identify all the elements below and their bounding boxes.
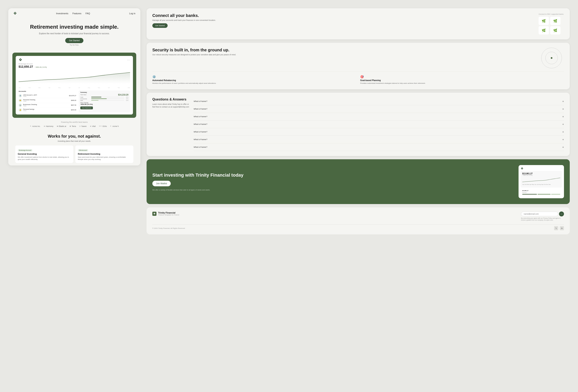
faq-item-1[interactable]: What is Framer? +: [194, 98, 564, 105]
works-section: Works for you, not against. Investing pl…: [8, 129, 140, 166]
nav-login[interactable]: Log in: [129, 12, 135, 15]
list-item: ✦ Acme h: [110, 125, 119, 127]
cta-section: Start investing with Trinity Financial t…: [146, 159, 570, 204]
get-started-button[interactable]: Get Started: [65, 38, 83, 43]
footer-email-note: By subscribing you agree with our Privac…: [521, 217, 562, 221]
bank-section: Connect all your banks. Manage all your …: [152, 13, 564, 35]
table-row: 💳 Personal Checking Today $489.00: [19, 98, 76, 103]
dash-header: ···: [16, 56, 133, 62]
partners-section: Powering the world's best teams ✦ Acme I…: [8, 118, 140, 129]
account-icon: 💳: [19, 99, 22, 102]
dashboard-inner: ··· Brokerage Account $12,650.27 + $391.…: [16, 56, 133, 115]
nav-faq[interactable]: FAQ: [86, 12, 90, 15]
faq-plus-icon: +: [562, 138, 564, 141]
right-panel: Connect all your banks. Manage all your …: [146, 8, 570, 234]
footer-brand-tagline: Finance Template for Framer: [158, 214, 179, 216]
nav: Investments Features FAQ Log in: [8, 8, 140, 19]
footer-top: Trinity Financial Finance Template for F…: [152, 212, 564, 221]
faq-item-3[interactable]: What is Framer? +: [194, 113, 564, 121]
hero-section: Retirement investing made simple. Explor…: [8, 19, 140, 53]
works-title: Works for you, not against.: [13, 133, 135, 139]
bar-row: Investments 47%: [80, 98, 128, 99]
bank-connect-button[interactable]: Get Started: [152, 23, 168, 28]
faq-section: Questions & Answers Learn more about wha…: [152, 98, 564, 151]
dashboard-card: ··· Brokerage Account $12,650.27 + $391.…: [12, 53, 136, 118]
feature-text: Monitors the performance of users' portf…: [152, 82, 356, 84]
footer-copyright: © 2024 Trinity Financial. All Rights Res…: [152, 227, 185, 229]
partners-label: Powering the world's best teams: [12, 121, 136, 123]
hero-title: Retirement investing made simple.: [16, 24, 132, 30]
email-input[interactable]: [521, 212, 558, 216]
footer-section: Trinity Financial Finance Template for F…: [146, 207, 570, 234]
accounts-header: Accounts: [19, 90, 76, 92]
cta-logo: [521, 167, 524, 170]
dash-amount: $12,650.27: [19, 65, 33, 68]
footer-logo: [152, 212, 156, 216]
cta-dash-change: + $391.28 (+3.2%): [522, 175, 560, 176]
linkedin-icon[interactable]: in: [560, 226, 564, 230]
bank-subtitle: Manage all your accounts and track your …: [152, 19, 534, 21]
list-item: ✦ Acme Inc.: [30, 125, 41, 127]
faq-item-5[interactable]: What is Framer? +: [194, 128, 564, 136]
join-waitlist-button[interactable]: Join Waitlist: [152, 181, 171, 186]
faq-item-6[interactable]: What is Framer? +: [194, 136, 564, 143]
view-statements-button[interactable]: View Statements: [80, 106, 93, 109]
partner-logos: ✦ Acme Inc. ◈ Harmony ◆ Elastic.ai ◉ Ter…: [12, 125, 136, 127]
nav-features[interactable]: Features: [72, 12, 81, 15]
chart-x-labels: JanFebMarAprMayJunJulAugSepOctNovDec: [16, 87, 133, 89]
faq-plus-icon: +: [562, 123, 564, 126]
email-submit-button[interactable]: →: [559, 212, 564, 217]
nav-logo: [13, 11, 17, 15]
goal-icon: 🎯: [360, 75, 564, 78]
bank-icon: 🌿: [550, 26, 560, 35]
dash-menu[interactable]: ···: [127, 58, 130, 61]
footer-brand: Trinity Financial Finance Template for F…: [152, 212, 179, 216]
day-change-value: +$13.50 (+0.1%): [80, 103, 128, 105]
dash-balance: Brokerage Account $12,650.27 + $391.28 (…: [16, 62, 133, 70]
bank-icons: 🌿 🌿 🌿 🌿: [538, 17, 564, 35]
works-card-ira: IRA Account Retirement Investing Save an…: [75, 145, 133, 163]
security-title: Security is built in, from the ground up…: [152, 48, 535, 52]
faq-subtitle: Learn more about what Trinity has to off…: [152, 103, 190, 108]
feature-text: Provides customized investment strategie…: [360, 82, 564, 84]
bank-section-card: Connect all your banks. Manage all your …: [146, 8, 570, 40]
security-circle-inner: [545, 52, 558, 64]
accounts-summary-row: Accounts 🏦 USD Account 1, ACFI Today $19…: [16, 89, 133, 115]
summary-box: Summary Total Value $14,210.20 Cash 31% …: [79, 90, 130, 112]
footer-brand-name: Trinity Financial: [158, 212, 179, 214]
hero-try-label: Try for free.: [16, 44, 132, 46]
faq-plus-icon: +: [562, 130, 564, 133]
bar-row: Dept 22%: [80, 100, 128, 101]
faq-section-card: Questions & Answers Learn more about wha…: [146, 93, 570, 156]
account-icon: 🏦: [19, 94, 22, 97]
faq-item-4[interactable]: What is Framer? +: [194, 121, 564, 128]
account-icon: 💰: [19, 108, 22, 112]
feature-rebalancing: ⚙️ Automated Rebalancing Monitors the pe…: [152, 75, 356, 84]
bank-icon: 🌿: [538, 26, 549, 35]
accounts-list: Accounts 🏦 USD Account 1, ACFI Today $19…: [19, 90, 76, 112]
cta-accounts-mini: $13,861.27 Summary: [521, 189, 562, 196]
faq-plus-icon: +: [562, 107, 564, 111]
chart-area: [16, 70, 133, 87]
works-card-text: Save and invest for your retirement year…: [78, 156, 131, 161]
nav-links: Investments Features FAQ: [21, 12, 125, 15]
works-card-badge: IRA Account: [78, 149, 88, 151]
works-cards: Brokerage Account General Investing We o…: [13, 145, 135, 163]
cta-dash-amount: $13,861.27: [522, 173, 560, 175]
left-panel: Investments Features FAQ Log in Retireme…: [8, 8, 140, 166]
faq-item-2[interactable]: What is Framer? +: [194, 105, 564, 113]
list-item: ◈ Harmony: [44, 125, 53, 127]
cta-dash-dots: ···: [561, 168, 562, 169]
twitter-icon[interactable]: 𝕏: [554, 226, 558, 230]
list-item: ✕✕ Echo: [99, 125, 107, 127]
feature-title: Goal-based Planning: [360, 79, 564, 82]
cta-description: We offer a variety of flexible services …: [152, 189, 514, 191]
list-item: ◎ haven: [79, 125, 87, 127]
nav-investments[interactable]: Investments: [56, 12, 68, 15]
features-row: ⚙️ Automated Rebalancing Monitors the pe…: [152, 72, 564, 84]
bank-icon: 🌿: [550, 17, 560, 25]
faq-item-7[interactable]: What is Framer? +: [194, 143, 564, 151]
feature-goal: 🎯 Goal-based Planning Provides customize…: [360, 75, 564, 84]
security-subtitle: Our robust security measures are designe…: [152, 54, 535, 56]
dash-change: + $391.28 (+3.2%): [35, 66, 47, 68]
